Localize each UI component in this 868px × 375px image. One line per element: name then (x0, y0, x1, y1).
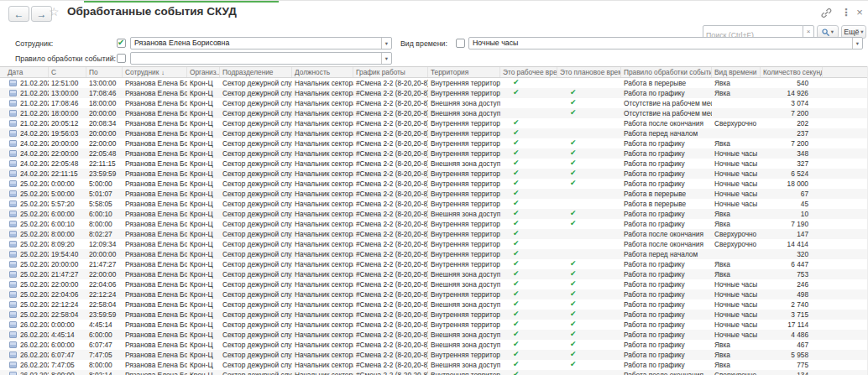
employee-dropdown-icon[interactable]: ▾ (381, 38, 391, 49)
cell-territory: Внутренняя территория (428, 239, 500, 249)
table-row[interactable]: 25.02.20250:00:005:00:00Рязанова Елена Б… (0, 179, 867, 189)
cell-organization: Крон-Ц (187, 370, 220, 375)
cell-employee: Рязанова Елена Бор... (123, 340, 187, 350)
table-row[interactable]: 24.02.202522:00:0022:05:48Рязанова Елена… (0, 148, 867, 159)
cell-date: 26.02.2025 (5, 320, 49, 330)
cell-time-from: 22:05:48 (49, 159, 86, 169)
cell-date: 26.02.2025 (5, 340, 49, 350)
cell-organization: Крон-Ц (187, 320, 220, 330)
cell-position: Начальник сектора (292, 138, 353, 148)
cell-position: Начальник сектора (292, 88, 353, 98)
cell-territory: Внутренняя территория (428, 259, 500, 269)
cell-time-kind: Явка (712, 360, 761, 370)
table-row[interactable]: 25.02.20258:09:2012:09:34Рязанова Елена … (0, 239, 867, 249)
column-header-date[interactable]: Дата (5, 67, 49, 77)
table-row[interactable]: 25.02.20255:57:205:58:05Рязанова Елена Б… (0, 199, 867, 209)
cell-processing-rule: Работа после окончания (621, 118, 712, 128)
table-row[interactable]: 24.02.202520:00:0022:00:00Рязанова Елена… (0, 138, 867, 148)
rule-filter-combobox[interactable]: ▾ (130, 52, 392, 65)
cell-department: Сектор дежурной служ... (220, 370, 292, 375)
employee-filter-combobox[interactable]: Рязанова Елена Борисовна ▾ (130, 37, 392, 49)
more-dropdown-icon: ▾ (860, 29, 863, 35)
table-row[interactable]: 26.02.20256:00:006:07:47Рязанова Елена Б… (0, 340, 867, 350)
cell-time-kind: Явка (712, 78, 761, 88)
table-row[interactable]: 25.02.202522:12:2422:58:04Рязанова Елена… (0, 299, 867, 310)
cell-seconds: 7 200 (761, 108, 823, 118)
cell-processing-rule: Работа по графику (621, 289, 712, 299)
table-row[interactable]: 21.02.202517:08:4618:00:00Рязанова Елена… (0, 98, 867, 108)
table-row[interactable]: 21.02.202513:00:0017:08:46Рязанова Елена… (0, 88, 867, 98)
cell-filler (823, 259, 867, 269)
table-row[interactable]: 25.02.20256:00:006:00:10Рязанова Елена Б… (0, 209, 867, 219)
rule-dropdown-icon[interactable]: ▾ (381, 53, 391, 64)
window-menu-icon[interactable]: ⋮ (840, 7, 852, 18)
get-link-icon[interactable] (821, 8, 833, 18)
table-row[interactable]: 26.02.20250:00:004:45:14Рязанова Елена Б… (0, 320, 867, 330)
cell-schedule: #Смена 2-2 (8-20,20-8) (353, 279, 428, 289)
table-row[interactable]: 25.02.202519:54:4020:00:00Рязанова Елена… (0, 249, 867, 259)
time-kind-filter-combobox[interactable]: Ночные часы ▾ (468, 37, 863, 49)
table-row[interactable]: 24.02.202519:56:0320:00:00Рязанова Елена… (0, 128, 867, 138)
table-row[interactable]: 21.02.202520:05:1220:08:34Рязанова Елена… (0, 118, 867, 128)
column-header-employee[interactable]: Сотрудник↓ (123, 67, 187, 77)
cell-is-work-time: ✔ (500, 370, 557, 375)
column-header-processing-rule[interactable]: Правило обработки событий (621, 67, 712, 77)
rule-filter-checkbox[interactable]: ✔ (117, 54, 126, 63)
column-header-from[interactable]: С (49, 67, 86, 77)
table-row[interactable]: 25.02.202521:47:2722:00:00Рязанова Елена… (0, 269, 867, 279)
employee-filter-checkbox[interactable]: ✔ (117, 39, 126, 48)
cell-territory: Внутренняя территория (428, 88, 500, 98)
column-header-is-work-time[interactable]: Это рабочее время (500, 67, 557, 77)
table-row[interactable]: 26.02.20257:47:058:00:00Рязанова Елена Б… (0, 360, 867, 370)
column-header-time-kind[interactable]: Вид времени (712, 67, 761, 77)
cell-employee: Рязанова Елена Бор... (123, 138, 187, 148)
back-button[interactable]: ← (8, 6, 29, 22)
cell-employee: Рязанова Елена Бор... (123, 360, 187, 370)
cell-department: Сектор дежурной служ... (220, 159, 292, 169)
table-row[interactable]: 25.02.202522:58:0423:59:59Рязанова Елена… (0, 310, 867, 320)
table-row[interactable]: 25.02.202520:00:0021:47:27Рязанова Елена… (0, 259, 867, 269)
cell-territory: Внешняя зона доступ... (428, 360, 500, 370)
cell-territory: Внутренняя территория (428, 219, 500, 229)
cell-processing-rule: Работа по графику (621, 310, 712, 320)
cell-position: Начальник сектора (292, 340, 353, 350)
table-row[interactable]: 25.02.202522:04:0622:12:24Рязанова Елена… (0, 289, 867, 299)
table-row[interactable]: 25.02.20255:00:005:01:07Рязанова Елена Б… (0, 189, 867, 199)
time-kind-dropdown-icon[interactable]: ▾ (852, 38, 862, 49)
cell-position: Начальник сектора (292, 229, 353, 239)
cell-is-work-time: ✔ (500, 179, 557, 189)
table-row[interactable]: 26.02.20258:00:008:02:14Рязанова Елена Б… (0, 370, 867, 375)
time-kind-filter-checkbox[interactable]: ✔ (456, 39, 465, 48)
column-header-is-planned-time[interactable]: Это плановое время (557, 67, 621, 77)
cell-is-planned-time: ✔ (557, 269, 621, 279)
table-row[interactable]: 25.02.202522:00:0022:04:06Рязанова Елена… (0, 279, 867, 289)
table-row[interactable]: 21.02.202518:00:0020:00:00Рязанова Елена… (0, 108, 867, 118)
table-row[interactable]: 26.02.20256:07:477:47:05Рязанова Елена Б… (0, 350, 867, 360)
table-row[interactable]: 25.02.20256:00:108:00:00Рязанова Елена Б… (0, 219, 867, 229)
column-header-organization[interactable]: Организ... (187, 67, 220, 77)
table-row[interactable]: 24.02.202522:05:4822:11:15Рязанова Елена… (0, 159, 867, 169)
record-icon (9, 301, 17, 308)
cell-schedule: #Смена 2-2 (8-20,20-8) (353, 310, 428, 320)
table-row[interactable]: 26.02.20254:45:146:00:00Рязанова Елена Б… (0, 330, 867, 340)
cell-organization: Крон-Ц (187, 229, 220, 239)
record-icon (9, 271, 17, 278)
favorite-star-icon[interactable]: ☆ (49, 5, 60, 18)
close-icon[interactable]: × (854, 7, 865, 18)
column-header-position[interactable]: Должность (292, 67, 353, 77)
table-row[interactable]: 25.02.20258:00:008:02:27Рязанова Елена Б… (0, 229, 867, 239)
cell-is-work-time: ✔ (500, 88, 557, 98)
record-icon (9, 90, 17, 96)
table-row[interactable]: 24.02.202522:11:1523:59:59Рязанова Елена… (0, 169, 867, 179)
cell-department: Сектор дежурной служ... (220, 88, 292, 98)
column-header-seconds[interactable]: Количество секунд (761, 67, 823, 77)
column-header-territory[interactable]: Территория (428, 67, 500, 77)
cell-schedule: #Смена 2-2 (8-20,20-8) (353, 320, 428, 330)
cell-processing-rule: Работа по графику (621, 269, 712, 279)
column-header-schedule[interactable]: График работы (353, 67, 428, 77)
column-header-to[interactable]: По (86, 67, 123, 77)
cell-processing-rule: Работа перед началом (621, 128, 712, 138)
column-header-department[interactable]: Подразделение (220, 67, 292, 77)
cell-department: Сектор дежурной служ... (220, 229, 292, 239)
table-row[interactable]: 21.02.202512:51:0013:00:00Рязанова Елена… (0, 78, 867, 88)
